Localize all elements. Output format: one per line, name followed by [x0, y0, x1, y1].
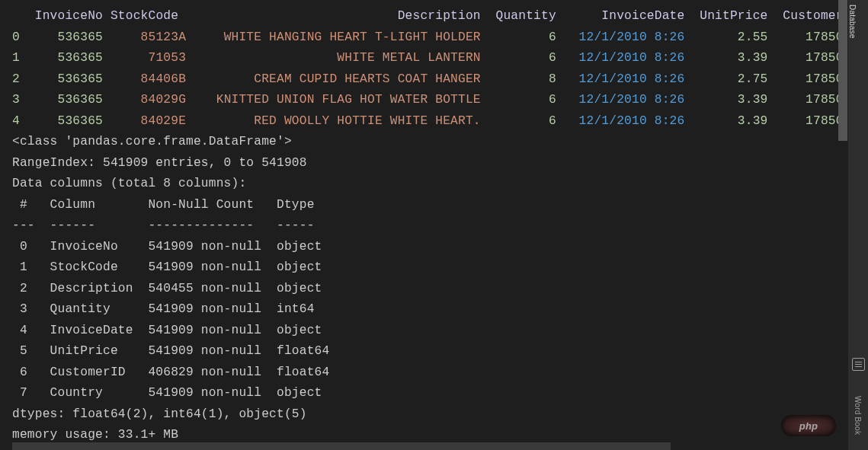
- cell-stockcode: 84029E: [111, 114, 194, 128]
- cell-unitprice: 3.39: [692, 51, 775, 65]
- row-index: 1: [12, 51, 35, 65]
- cell-invoicedate: 12/1/2010 8:26: [564, 114, 693, 128]
- cell-description: WHITE METAL LANTERN: [194, 51, 488, 65]
- cell-description: RED WOOLLY HOTTIE WHITE HEART.: [194, 114, 488, 128]
- cell-invoiceno: 536365: [35, 93, 111, 107]
- info-line: 1 StockCode 541909 non-null object: [12, 257, 843, 279]
- cell-quantity: 6: [488, 30, 564, 44]
- cell-quantity: 6: [488, 93, 564, 107]
- table-row: 0 536365 85123A WHITE HANGING HEART T-LI…: [12, 27, 843, 49]
- col-quantity: Quantity: [488, 9, 564, 23]
- sidebar: Database Word Book: [848, 0, 868, 450]
- info-line: # Column Non-Null Count Dtype: [12, 195, 843, 216]
- table-row: 2 536365 84406B CREAM CUPID HEARTS COAT …: [12, 69, 843, 91]
- sidebar-tab-wordbook[interactable]: Word Book: [854, 396, 862, 435]
- info-line: 6 CustomerID 406829 non-null float64: [12, 362, 843, 384]
- info-line: dtypes: float64(2), int64(1), object(5): [12, 404, 843, 426]
- row-index: 4: [12, 114, 35, 128]
- vertical-scrollbar[interactable]: [838, 0, 847, 141]
- col-description: Description: [194, 9, 488, 23]
- cell-customerid: 17850.0: [775, 30, 843, 44]
- cell-invoiceno: 536365: [35, 72, 111, 86]
- info-line: <class 'pandas.core.frame.DataFrame'>: [12, 132, 843, 153]
- cell-stockcode: 84029G: [111, 93, 194, 107]
- info-line: RangeIndex: 541909 entries, 0 to 541908: [12, 153, 843, 174]
- row-index: 2: [12, 72, 35, 86]
- cell-unitprice: 3.39: [692, 114, 775, 128]
- cell-customerid: 17850.0: [775, 72, 843, 86]
- table-row: 3 536365 84029G KNITTED UNION FLAG HOT W…: [12, 90, 843, 111]
- cell-unitprice: 3.39: [692, 93, 775, 107]
- info-line: 3 Quantity 541909 non-null int64: [12, 299, 843, 321]
- col-customerid: CustomerID: [775, 9, 843, 23]
- php-watermark: php: [781, 415, 836, 436]
- row-index: 0: [12, 30, 35, 44]
- info-line: 0 InvoiceNo 541909 non-null object: [12, 237, 843, 258]
- output-area: InvoiceNo StockCode Description Quantity…: [12, 6, 843, 448]
- col-unitprice: UnitPrice: [692, 9, 775, 23]
- wordbook-icon[interactable]: [852, 358, 865, 371]
- info-line: --- ------ -------------- -----: [12, 215, 843, 237]
- cell-unitprice: 2.55: [692, 30, 775, 44]
- cell-customerid: 17850.0: [775, 93, 843, 107]
- cell-invoiceno: 536365: [35, 51, 111, 65]
- sidebar-tab-database[interactable]: Database: [848, 0, 857, 43]
- cell-quantity: 8: [488, 72, 564, 86]
- cell-invoicedate: 12/1/2010 8:26: [564, 51, 693, 65]
- cell-customerid: 17850.0: [775, 51, 843, 65]
- col-invoiceno: InvoiceNo: [35, 9, 111, 23]
- info-line: 4 InvoiceDate 541909 non-null object: [12, 321, 843, 342]
- cell-invoicedate: 12/1/2010 8:26: [564, 72, 693, 86]
- cell-stockcode: 84406B: [111, 72, 194, 86]
- col-stockcode: StockCode: [111, 9, 194, 23]
- blank: [12, 9, 35, 23]
- info-line: 2 Description 540455 non-null object: [12, 279, 843, 300]
- cell-invoiceno: 536365: [35, 114, 111, 128]
- cell-description: CREAM CUPID HEARTS COAT HANGER: [194, 72, 488, 86]
- cell-invoicedate: 12/1/2010 8:26: [564, 93, 693, 107]
- info-line: 7 Country 541909 non-null object: [12, 383, 843, 404]
- cell-quantity: 6: [488, 114, 564, 128]
- info-line: 5 UnitPrice 541909 non-null float64: [12, 341, 843, 362]
- row-index: 3: [12, 93, 35, 107]
- cell-stockcode: 85123A: [111, 30, 194, 44]
- table-row: 4 536365 84029E RED WOOLLY HOTTIE WHITE …: [12, 111, 843, 132]
- cell-invoicedate: 12/1/2010 8:26: [564, 30, 693, 44]
- cell-customerid: 17850.0: [775, 114, 843, 128]
- cell-quantity: 6: [488, 51, 564, 65]
- cell-description: KNITTED UNION FLAG HOT WATER BOTTLE: [194, 93, 488, 107]
- cell-unitprice: 2.75: [692, 72, 775, 86]
- table-row: 1 536365 71053 WHITE METAL LANTERN 6 12/…: [12, 48, 843, 69]
- col-invoicedate: InvoiceDate: [564, 9, 693, 23]
- cell-stockcode: 71053: [111, 51, 194, 65]
- selection-highlight: [12, 442, 671, 450]
- table-header-row: InvoiceNo StockCode Description Quantity…: [12, 6, 843, 27]
- cell-description: WHITE HANGING HEART T-LIGHT HOLDER: [194, 30, 488, 44]
- info-line: Data columns (total 8 columns):: [12, 174, 843, 195]
- cell-invoiceno: 536365: [35, 30, 111, 44]
